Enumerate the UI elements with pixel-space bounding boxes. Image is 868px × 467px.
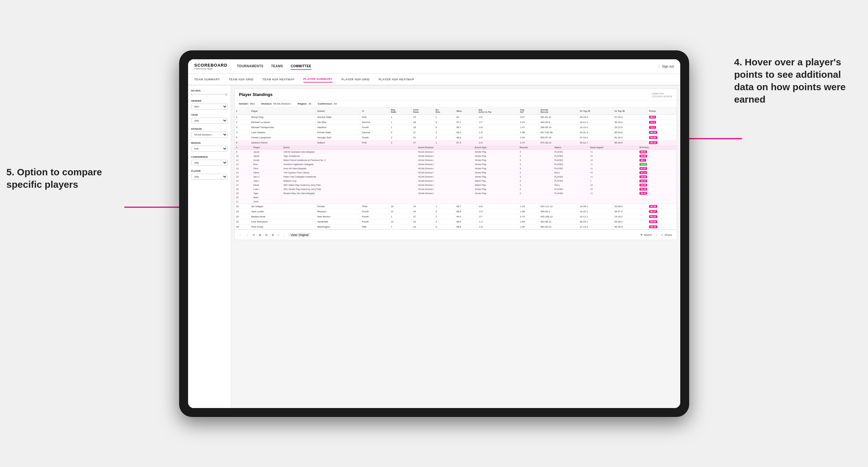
cell-conf-rank: 15 xyxy=(411,115,434,120)
cell-reg-rank: 1 xyxy=(389,115,411,120)
exp-cell-type: Stroke Play xyxy=(473,150,518,154)
nav-item-teams[interactable]: TEAMS xyxy=(271,63,283,70)
circle-button[interactable]: ○ xyxy=(278,234,280,237)
table-row[interactable]: 6 Jackson Kohon Auburn First 2 27 1 67.5… xyxy=(235,140,677,145)
main-content: No Rds. 4 52 Gender Men Year xyxy=(188,86,680,408)
table-row[interactable]: 3 Michael Thorbjornsen Stanford Fourth 1… xyxy=(235,125,677,130)
cell-no-rds: 0 xyxy=(434,125,455,130)
player-select[interactable]: (All) xyxy=(191,174,227,180)
download-button[interactable]: ↓ xyxy=(656,234,657,237)
cell-points[interactable]: 80.89 xyxy=(647,135,676,140)
filter-division: Division: NCAA Division I xyxy=(261,102,291,105)
sign-out-button[interactable]: Sign out xyxy=(662,65,674,68)
nav-item-committee[interactable]: COMMITTEE xyxy=(291,63,311,70)
cell-points[interactable]: 68.2 xyxy=(647,115,676,120)
table-row[interactable]: 22Ian GilliganFloridaThird 1024168.7-0.8… xyxy=(235,204,677,209)
table-row[interactable]: 5 Christo Lamprecht Georgia Tech Fourth … xyxy=(235,135,677,140)
year-select[interactable]: (All) xyxy=(191,118,227,124)
cell-rank: 4 xyxy=(235,130,250,135)
tablet-frame: SCOREBOARD Powered by clippd TOURNAMENTS… xyxy=(179,50,689,417)
tab-player-h2h-grid[interactable]: PLAYER H2H GRID xyxy=(341,76,370,82)
sidebar-year: Year (All) xyxy=(191,114,227,124)
tab-team-h2h-grid[interactable]: TEAM H2H GRID xyxy=(229,76,254,82)
cell-wins: 66.7 xyxy=(455,125,476,130)
cell-conf-rank: 27 xyxy=(411,140,434,145)
table-row[interactable]: 26Pete HrubyWashingtonFifth 723068.6-1.6… xyxy=(235,224,677,229)
expansion-row-item: 18Luke ISEC Stroke Play hosted by Jerry … xyxy=(235,187,676,191)
points-badge-active: 68.18 xyxy=(649,141,657,144)
tab-player-summary[interactable]: PLAYER SUMMARY xyxy=(304,76,333,83)
division-select[interactable]: NCAA Division I xyxy=(191,132,227,138)
expansion-table-header: # Player Event Event Division Event Type… xyxy=(235,145,676,150)
cell-vs-top50: 50-16-0 xyxy=(613,140,647,145)
cell-points[interactable]: 68.18 xyxy=(647,140,676,145)
tab-team-h2h-heatmap[interactable]: TEAM H2H HEATMAP xyxy=(262,76,294,82)
exp-cell-player: Jacob xyxy=(251,150,281,154)
filter-region-value: All xyxy=(309,102,311,105)
expansion-row-item: 17DavidSEC Match Play hosted by Jerry Pa… xyxy=(235,183,676,187)
share-button[interactable]: ⤢ Share xyxy=(661,234,672,237)
points-badge: 76.3 xyxy=(649,121,656,124)
sidebar-region: Region N/A xyxy=(191,142,227,152)
expansion-table: # Player Event Event Division Event Type… xyxy=(235,145,676,204)
col-overall: OverallRecord xyxy=(539,107,578,115)
w-points-badge: 24.11 xyxy=(640,171,647,174)
col-points: Points xyxy=(647,107,676,115)
table-row[interactable]: 23Jack LundinMissouriFourth 1124068.5-2.… xyxy=(235,209,677,214)
slider-track[interactable] xyxy=(193,94,223,95)
cell-school: Stanford xyxy=(316,125,360,130)
filter-division-value: NCAA Division I xyxy=(274,102,291,105)
cell-school: Georgia Tech xyxy=(316,135,360,140)
col-yr: Yr xyxy=(360,107,389,115)
cell-yr: First xyxy=(360,115,389,120)
col-conf-rank: ConfRank xyxy=(411,107,434,115)
cell-points[interactable]: 76.3 xyxy=(647,120,676,125)
toolbar-separator: | xyxy=(283,233,284,237)
table-row[interactable]: 24Bastien AmatNew MexicoFourth 127269.4-… xyxy=(235,214,677,219)
w-points-badge: 25.98 xyxy=(640,184,647,186)
cell-school: Ole Miss xyxy=(316,120,360,125)
table-area: Player Standings Update time: 27/01/2024… xyxy=(231,86,680,408)
sub-nav: TEAM SUMMARY TEAM H2H GRID TEAM H2H HEAT… xyxy=(188,74,680,86)
exp-cell-div: NCAA Division I xyxy=(416,150,473,154)
cell-school: Florida State xyxy=(316,130,360,135)
col-wins: Wins xyxy=(455,107,476,115)
tab-team-summary[interactable]: TEAM SUMMARY xyxy=(194,76,220,82)
cell-points[interactable]: 72.2 xyxy=(647,125,676,130)
redo-button[interactable]: → xyxy=(246,234,249,237)
region-label: Region xyxy=(191,142,227,145)
cell-yr: Second xyxy=(360,120,389,125)
table-row[interactable]: 25Cole SherwoodVanderbiltFourth 1224068.… xyxy=(235,219,677,224)
fit-button[interactable]: ⊕ xyxy=(272,234,274,237)
table-row[interactable]: 4 Luke Clanton Florida State Second 5 27… xyxy=(235,130,677,135)
filter-region: Region: All xyxy=(298,102,311,105)
zoom-out-button[interactable]: ⊟ xyxy=(265,234,268,237)
expansion-row-item: 20Matt I xyxy=(235,195,676,199)
col-rank: # xyxy=(235,107,250,115)
col-reg-rank: RegRank xyxy=(389,107,411,115)
exp-col-rounds: Rounds xyxy=(518,145,553,150)
cell-reg-rank: 2 xyxy=(389,135,411,140)
w-points-badge: 30.47 xyxy=(640,180,647,182)
conference-select[interactable]: (All) xyxy=(191,160,227,166)
watch-button[interactable]: 👁 Watch xyxy=(640,234,652,237)
exp-cell-event: UNCW Seahawk Intercollegiate xyxy=(281,150,416,154)
share-icon: ⤢ xyxy=(661,234,663,237)
tab-player-h2h-heatmap[interactable]: PLAYER H2H HEATMAP xyxy=(379,76,414,82)
cell-vs-top50: 57-23-0 xyxy=(613,115,647,120)
cell-vs-top50: 61-20-3 xyxy=(613,135,647,140)
cell-conf-rank: 27 xyxy=(411,130,434,135)
view-original-button[interactable]: View: Original xyxy=(288,233,311,237)
cell-rank: 2 xyxy=(235,120,250,125)
table-row[interactable]: 2 Michael La Sasso Ole Miss Second 1 18 … xyxy=(235,120,677,125)
gender-select[interactable]: Men xyxy=(191,103,227,110)
expansion-content: # Player Event Event Division Event Type… xyxy=(235,145,677,204)
undo-button[interactable]: ← xyxy=(239,234,242,237)
refresh-button[interactable]: ↺ xyxy=(252,234,255,237)
region-select[interactable]: N/A xyxy=(191,146,227,152)
cell-points[interactable]: 88.34 xyxy=(647,130,676,135)
table-row[interactable]: 1 Wenyi Ding Arizona State First 1 15 1 … xyxy=(235,115,677,120)
zoom-in-button[interactable]: ⊞ xyxy=(259,234,261,237)
points-badge: 60.02 xyxy=(649,215,657,218)
nav-item-tournaments[interactable]: TOURNAMENTS xyxy=(237,63,263,70)
